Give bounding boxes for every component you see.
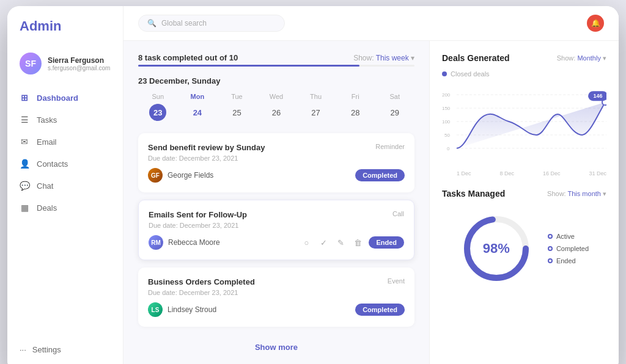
radio-icon[interactable]: ○ (300, 236, 312, 249)
search-icon: 🔍 (147, 19, 156, 27)
task-card-header: Send benefit review by Sunday Reminder (148, 143, 405, 152)
tasks-managed-header: Tasks Managed Show: This month ▾ (442, 189, 606, 198)
content-area: 8 task completed out of 10 Show: This we… (123, 41, 619, 364)
donut-legend: Active Completed Ended (548, 233, 589, 264)
notification-button[interactable]: 🔔 (587, 15, 604, 32)
tasks-panel: 8 task completed out of 10 Show: This we… (123, 41, 429, 364)
task-title: Business Orders Completed (148, 277, 255, 286)
deals-show-filter[interactable]: Show: Monthly ▾ (557, 54, 606, 62)
task-user: RM Rebecca Moore (149, 235, 220, 250)
avatar: LS (148, 302, 163, 317)
sidebar-item-tasks[interactable]: ☰ Tasks (7, 109, 123, 131)
sidebar-item-label: Chat (37, 181, 53, 191)
chart-x-labels: 1 Dec 8 Dec 16 Dec 31 Dec (442, 168, 606, 177)
tasks-managed-widget: Tasks Managed Show: This month ▾ (442, 189, 606, 291)
x-label: 31 Dec (589, 170, 606, 177)
tasks-managed-show-filter[interactable]: Show: This month ▾ (547, 190, 606, 198)
task-card: Business Orders Completed Event Due date… (138, 268, 414, 327)
svg-text:0: 0 (447, 146, 450, 151)
x-label: 8 Dec (499, 170, 514, 177)
sidebar-item-label: Contacts (37, 159, 68, 169)
task-footer: GF George Fields Completed (148, 168, 405, 183)
legend-dot-completed (548, 246, 553, 251)
tasks-header: 8 task completed out of 10 Show: This we… (138, 53, 414, 62)
task-title: Send benefit review by Sunday (148, 143, 265, 152)
sidebar: Admin SF Sierra Ferguson s.ferguson@gmai… (7, 6, 123, 364)
chat-icon: 💬 (20, 181, 29, 191)
calendar-row: Sun 23 Mon 24 Tue 25 Wed 26 (138, 93, 414, 121)
svg-text:50: 50 (444, 133, 450, 138)
status-badge: Ended (369, 236, 404, 249)
task-user: LS Lindsey Stroud (148, 302, 216, 317)
topbar: 🔍 Global search 🔔 (123, 6, 619, 41)
legend-item-completed: Completed (548, 245, 589, 252)
cal-day-mon[interactable]: Mon 24 (178, 93, 218, 121)
delete-icon[interactable]: 🗑 (352, 236, 364, 249)
svg-text:150: 150 (442, 106, 451, 111)
legend-item-ended: Ended (548, 257, 589, 264)
task-tag: Event (388, 277, 405, 285)
deals-title: Deals Generated (442, 53, 510, 63)
sidebar-bottom: ··· Settings (7, 339, 123, 360)
task-card: Send benefit review by Sunday Reminder D… (138, 133, 414, 192)
user-email: s.ferguson@gmail.com (48, 65, 110, 71)
user-name: Lindsey Stroud (168, 305, 216, 314)
legend-item-active: Active (548, 233, 589, 240)
task-card: Emails Sent for Follow-Up Call Due date:… (138, 200, 414, 260)
avatar: GF (148, 168, 163, 183)
tasks-managed-title: Tasks Managed (442, 189, 505, 198)
sidebar-item-settings[interactable]: ··· Settings (20, 345, 111, 354)
user-info: Sierra Ferguson s.ferguson@gmail.com (48, 56, 110, 71)
contacts-icon: 👤 (20, 159, 29, 169)
sidebar-item-contacts[interactable]: 👤 Contacts (7, 153, 123, 175)
tasks-show-filter[interactable]: Show: This week ▾ (353, 54, 414, 62)
cal-day-sat[interactable]: Sat 29 (375, 93, 414, 121)
chart-legend: Closed deals (442, 70, 606, 78)
user-name: Rebecca Moore (168, 238, 220, 247)
main-nav: ⊞ Dashboard ☰ Tasks ✉ Email 👤 Contacts 💬… (7, 87, 123, 219)
cal-day-fri[interactable]: Fri 28 (336, 93, 375, 121)
task-due: Due date: December 23, 2021 (149, 222, 404, 229)
check-icon[interactable]: ✓ (317, 236, 330, 249)
task-footer: LS Lindsey Stroud Completed (148, 302, 405, 317)
sidebar-item-label: Tasks (37, 115, 57, 125)
task-tag: Reminder (375, 143, 405, 150)
legend-label-active: Active (556, 233, 575, 240)
task-due: Due date: December 23, 2021 (148, 155, 405, 162)
cal-day-thu[interactable]: Thu 27 (296, 93, 336, 121)
task-user: GF George Fields (148, 168, 213, 183)
x-label: 16 Dec (543, 170, 561, 177)
ellipsis-icon: ··· (20, 345, 26, 354)
right-panel: Deals Generated Show: Monthly ▾ Closed d… (429, 41, 619, 364)
show-more-button[interactable]: Show more (138, 334, 414, 360)
cal-day-tue[interactable]: Tue 25 (217, 93, 257, 121)
legend-label-ended: Ended (556, 257, 576, 264)
deals-icon: ▦ (20, 203, 29, 213)
cal-day-wed[interactable]: Wed 26 (257, 93, 296, 121)
sidebar-item-email[interactable]: ✉ Email (7, 131, 123, 153)
task-card-header: Emails Sent for Follow-Up Call (149, 210, 404, 219)
sidebar-item-deals[interactable]: ▦ Deals (7, 197, 123, 219)
app-logo: Admin (7, 18, 123, 46)
cal-day-sun: Sun 23 (138, 93, 178, 121)
donut-chart: 98% (460, 212, 533, 285)
deals-widget-header: Deals Generated Show: Monthly ▾ (442, 53, 606, 63)
email-icon: ✉ (20, 137, 29, 147)
sidebar-item-chat[interactable]: 💬 Chat (7, 175, 123, 197)
edit-icon[interactable]: ✎ (334, 236, 347, 249)
task-due: Due date: December 23, 2021 (148, 289, 405, 296)
task-actions: ○ ✓ ✎ 🗑 Ended (300, 236, 404, 249)
donut-percentage: 98% (483, 241, 510, 257)
date-label: 23 December, Sunday (138, 76, 414, 86)
progress-bar (138, 65, 414, 67)
search-bar[interactable]: 🔍 Global search (138, 15, 285, 32)
legend-label-completed: Completed (556, 245, 589, 252)
progress-fill (138, 65, 359, 67)
deals-chart: 200 150 100 50 0 (442, 82, 606, 168)
x-label: 1 Dec (457, 170, 471, 177)
deals-widget: Deals Generated Show: Monthly ▾ Closed d… (442, 53, 606, 177)
tasks-icon: ☰ (20, 115, 29, 125)
svg-text:146: 146 (594, 93, 603, 99)
sidebar-item-dashboard[interactable]: ⊞ Dashboard (7, 87, 123, 109)
main-content: 🔍 Global search 🔔 8 task completed out o… (123, 6, 619, 364)
